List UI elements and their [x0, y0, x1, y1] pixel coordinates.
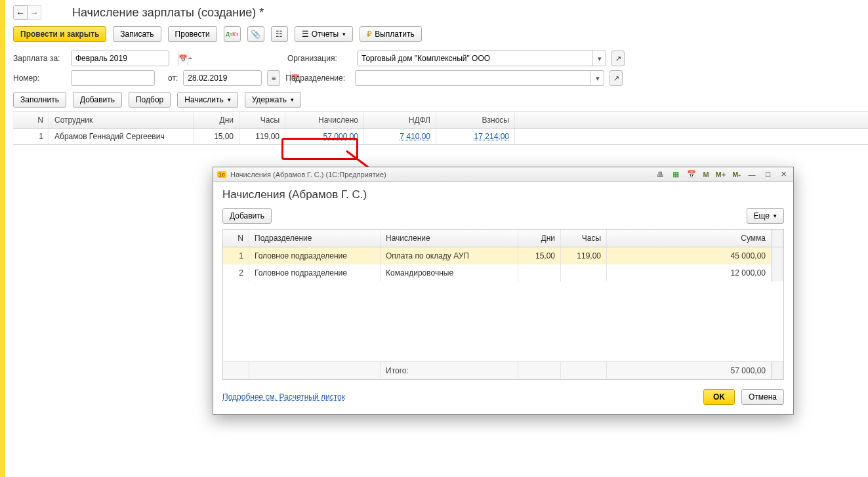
nav-forward-button[interactable]: → — [27, 5, 41, 20]
table-row[interactable]: 1 Головное подразделение Оплата по оклад… — [223, 247, 783, 264]
organization-label: Организация: — [287, 54, 352, 63]
cell-days: 15,00 — [518, 247, 561, 264]
col-days: Дни — [194, 112, 239, 128]
col-department: Подразделение — [249, 230, 381, 247]
cell-days: 15,00 — [194, 129, 239, 144]
cell-contrib[interactable]: 17 214,00 — [436, 129, 515, 144]
nav-back-button[interactable]: ← — [13, 5, 28, 20]
dialog-titlebar-text: Начисления (Абрамов Г. С.) (1С:Предприят… — [230, 171, 386, 178]
col-accrual: Начисление — [381, 230, 518, 247]
withhold-label: Удержать — [252, 95, 287, 104]
table-row[interactable]: 1 Абрамов Геннадий Сергеевич 15,00 119,0… — [13, 129, 868, 144]
salary-for-label: Зарплата за: — [13, 54, 66, 63]
pay-label: Выплатить — [375, 30, 415, 39]
dropdown-icon[interactable]: ÷ — [188, 51, 192, 66]
open-icon[interactable]: ↗ — [611, 51, 625, 66]
number-input[interactable] — [72, 71, 178, 85]
scrollbar[interactable] — [772, 247, 783, 264]
withhold-button[interactable]: Удержать ▾ — [245, 92, 301, 108]
ok-button[interactable]: OK — [703, 389, 735, 405]
department-label: Подразделение: — [285, 73, 350, 83]
add-button[interactable]: Добавить — [73, 92, 122, 108]
cell-employee: Абрамов Геннадий Сергеевич — [49, 129, 194, 144]
cell-accrued[interactable]: 57 000,00 — [285, 129, 364, 144]
scrollbar[interactable] — [772, 264, 783, 281]
open-icon[interactable]: ↗ — [610, 70, 623, 86]
col-accrued: Начислено — [285, 112, 364, 128]
cancel-button[interactable]: Отмена — [741, 389, 784, 405]
cell-ndfl[interactable]: 7 410,00 — [364, 129, 436, 144]
ruble-icon: ₽ — [367, 30, 372, 39]
pay-button[interactable]: ₽ Выплатить — [360, 26, 422, 42]
more-info-link[interactable]: Подробнее см. Расчетный листок — [222, 392, 345, 402]
maximize-icon[interactable]: ◻ — [762, 169, 774, 180]
write-button[interactable]: Записать — [113, 26, 161, 42]
cell-hours: 119,00 — [239, 129, 285, 144]
list-icon[interactable]: ≡ — [267, 70, 280, 86]
reports-button[interactable]: ☰ Отчеты ▾ — [295, 26, 353, 42]
page-title: Начисление зарплаты (создание) * — [72, 6, 264, 20]
attachment-icon[interactable]: 📎 — [247, 26, 264, 42]
table-row[interactable]: 2 Головное подразделение Командировочные… — [223, 264, 783, 281]
minimize-icon[interactable]: — — [746, 169, 758, 180]
pick-button[interactable]: Подбор — [129, 92, 171, 108]
memory-m-button[interactable]: M — [701, 171, 710, 178]
cell-n: 1 — [223, 247, 249, 264]
dialog-more-label: Еще — [754, 211, 770, 220]
cell-n: 2 — [223, 264, 249, 281]
col-n: N — [223, 230, 249, 247]
memory-mplus-button[interactable]: M+ — [714, 171, 728, 178]
accrue-button[interactable]: Начислить ▾ — [177, 92, 238, 108]
cell-department: Головное подразделение — [249, 247, 381, 264]
dialog-more-button[interactable]: Еще ▾ — [747, 208, 784, 224]
col-n: N — [13, 112, 49, 128]
dialog-titlebar[interactable]: 1c Начисления (Абрамов Г. С.) (1С:Предпр… — [213, 167, 793, 182]
col-sum: Сумма — [607, 230, 772, 247]
dialog-add-button[interactable]: Добавить — [222, 208, 272, 224]
reports-label: Отчеты — [312, 30, 339, 39]
number-label: Номер: — [13, 73, 66, 83]
scrollbar-gutter — [772, 230, 783, 247]
total-label: Итого: — [381, 362, 518, 379]
post-button[interactable]: Провести — [168, 26, 217, 42]
department-input[interactable] — [356, 71, 590, 85]
dropdown-icon[interactable]: ▾ — [590, 71, 604, 85]
caret-down-icon: ▾ — [774, 213, 777, 219]
col-employee: Сотрудник — [49, 112, 194, 128]
caret-down-icon: ▾ — [228, 96, 231, 103]
col-days: Дни — [518, 230, 561, 247]
fill-button[interactable]: Заполнить — [13, 92, 66, 108]
calendar2-icon[interactable]: 📅 — [686, 169, 697, 180]
cell-department: Головное подразделение — [249, 264, 381, 281]
caret-down-icon: ▾ — [342, 31, 346, 37]
calc-icon[interactable]: ▦ — [670, 169, 682, 180]
col-ndfl: НДФЛ — [364, 112, 436, 128]
post-and-close-button[interactable]: Провести и закрыть — [13, 26, 106, 42]
accrue-label: Начислить — [184, 95, 223, 104]
cell-accrual: Командировочные — [381, 264, 518, 281]
logo-1c-icon: 1c — [217, 171, 226, 178]
cell-accrual: Оплата по окладу АУП — [381, 247, 518, 264]
cell-hours: 119,00 — [561, 247, 607, 264]
accruals-dialog: 1c Начисления (Абрамов Г. С.) (1С:Предпр… — [213, 167, 794, 415]
cell-hours — [561, 264, 607, 281]
col-hours: Часы — [561, 230, 607, 247]
salary-for-input[interactable] — [72, 51, 178, 66]
memory-mminus-button[interactable]: M- — [731, 171, 742, 178]
caret-down-icon: ▾ — [291, 96, 294, 103]
calendar-icon[interactable]: 📅 — [178, 51, 188, 66]
close-icon[interactable]: ✕ — [777, 169, 789, 180]
print-icon[interactable]: 🖶 — [654, 169, 666, 180]
reports-icon: ☰ — [302, 30, 309, 39]
dtkt-icon[interactable]: ДтКт — [224, 26, 241, 42]
cell-sum: 45 000,00 — [607, 247, 772, 264]
from-label: от: — [168, 73, 178, 83]
cell-sum: 12 000,00 — [607, 264, 772, 281]
dropdown-icon[interactable]: ▾ — [592, 51, 606, 66]
total-sum: 57 000,00 — [607, 362, 772, 379]
col-hours: Часы — [239, 112, 285, 128]
structure-icon[interactable]: ☷ — [271, 26, 288, 42]
organization-input[interactable] — [358, 51, 592, 66]
accruals-table: N Подразделение Начисление Дни Часы Сумм… — [222, 229, 784, 380]
cell-days — [518, 264, 561, 281]
